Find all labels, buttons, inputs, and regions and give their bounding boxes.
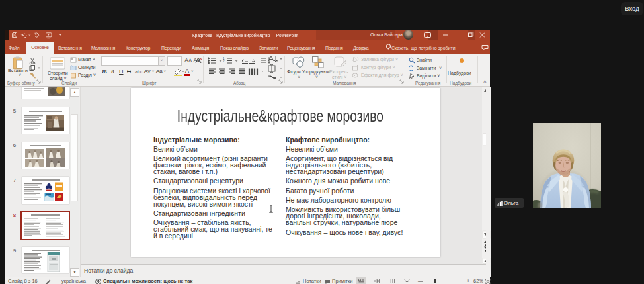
svg-text:2: 2 xyxy=(223,60,225,63)
